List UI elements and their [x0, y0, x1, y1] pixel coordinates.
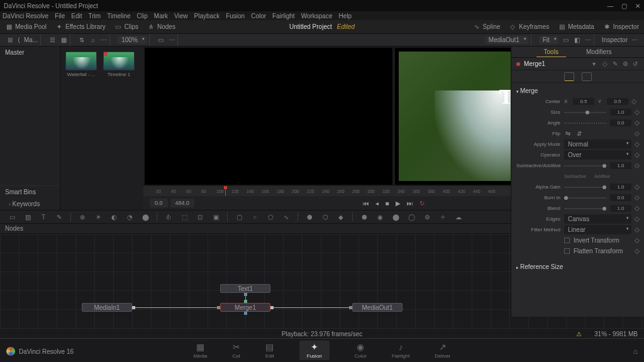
search-icon[interactable]: ⌕: [89, 36, 97, 44]
timecode-duration[interactable]: 484.0: [170, 199, 195, 207]
viewer-output-dropdown[interactable]: MediaOut1: [485, 36, 528, 44]
minimize-icon[interactable]: —: [607, 3, 613, 9]
page-deliver[interactable]: ↗Deliver: [435, 342, 450, 359]
color-tool-icon[interactable]: ◔: [125, 212, 134, 221]
bin-path[interactable]: Ma...: [24, 36, 38, 43]
alpha-input[interactable]: 1.0: [610, 184, 631, 190]
tab-media-pool[interactable]: ▦Media Pool: [5, 23, 47, 31]
page-cut[interactable]: ✂Cut: [233, 342, 240, 359]
tab-inspector[interactable]: ✱Inspector: [603, 23, 639, 31]
smart-bins-header[interactable]: Smart Bins: [0, 185, 60, 198]
page-edit[interactable]: ▤Edit: [265, 342, 274, 359]
polygon-mask-icon[interactable]: ⬠: [266, 212, 275, 221]
clip-thumbnail[interactable]: Waterfall - ...: [65, 52, 97, 77]
matte-tool-icon[interactable]: ▣: [211, 212, 220, 221]
inspector-tab-tools[interactable]: Tools: [536, 47, 566, 57]
tab-metadata[interactable]: ▤Metadata: [558, 23, 594, 31]
menu-item[interactable]: Mark: [154, 13, 168, 19]
paint-tool-icon[interactable]: ✎: [55, 212, 64, 221]
ellipse-mask-icon[interactable]: ○: [250, 212, 259, 221]
settings-tab-icon[interactable]: [582, 72, 592, 81]
menu-item[interactable]: Fusion: [226, 13, 245, 19]
warning-icon[interactable]: ⚠: [576, 331, 582, 337]
versions-icon[interactable]: ▾: [592, 60, 599, 67]
first-frame-icon[interactable]: ⏮: [363, 200, 369, 207]
flip-h-icon[interactable]: ⇋: [564, 130, 572, 138]
node-text[interactable]: Text1: [220, 284, 270, 293]
maximize-icon[interactable]: ▢: [621, 3, 627, 9]
fastnoise-tool-icon[interactable]: ▨: [23, 212, 32, 221]
zoom-dropdown[interactable]: 100%: [118, 36, 147, 44]
subadd-slider[interactable]: [564, 165, 606, 167]
tracker-tool-icon[interactable]: ⊕: [78, 212, 87, 221]
menu-item[interactable]: View: [174, 13, 188, 19]
sort-icon[interactable]: ⇅: [78, 36, 86, 44]
bspline-mask-icon[interactable]: ∿: [282, 212, 291, 221]
inspector-tab-modifiers[interactable]: Modifiers: [579, 47, 619, 57]
transform-tool-icon[interactable]: ⬚: [180, 212, 189, 221]
operator-dropdown[interactable]: Over: [564, 150, 631, 160]
text-tool-icon[interactable]: T: [39, 212, 48, 221]
brightness-tool-icon[interactable]: ☀: [94, 212, 103, 221]
page-media[interactable]: ▦Media: [194, 342, 208, 359]
node-mediain[interactable]: MediaIn1: [82, 303, 132, 312]
page-color[interactable]: ◉Color: [355, 342, 367, 359]
tab-effects-library[interactable]: ✦Effects Library: [55, 23, 106, 31]
grid-view-icon[interactable]: ▦: [60, 36, 67, 44]
play-icon[interactable]: ▶: [396, 200, 401, 207]
center-y-input[interactable]: 0.5: [607, 98, 628, 105]
last-frame-icon[interactable]: ⏭: [407, 200, 413, 207]
angle-input[interactable]: 0.0: [610, 119, 631, 126]
page-fairlight[interactable]: ♪Fairlight: [392, 342, 409, 359]
menu-item[interactable]: File: [55, 13, 65, 19]
angle-dial[interactable]: [564, 123, 606, 124]
blend-input[interactable]: 1.0: [610, 205, 631, 212]
left-viewer[interactable]: [145, 48, 392, 185]
keywords-bin[interactable]: › Keywords: [0, 198, 60, 210]
loop-icon[interactable]: ↻: [419, 200, 425, 207]
timecode-in[interactable]: 0.0: [150, 199, 168, 207]
tab-clips[interactable]: ▭Clips: [114, 23, 138, 31]
pin-icon[interactable]: ◇: [602, 60, 609, 67]
fit-dropdown[interactable]: Fit: [539, 36, 558, 44]
alpha-slider[interactable]: [564, 187, 606, 188]
menu-item[interactable]: Fairlight: [272, 13, 295, 19]
page-fusion[interactable]: ✦Fusion: [299, 341, 330, 360]
merge-tool-icon[interactable]: ⫛: [164, 212, 173, 221]
master-bin[interactable]: Master: [0, 47, 60, 58]
reference-size-header[interactable]: Reference Size: [511, 261, 644, 272]
tab-keyframes[interactable]: ◇Keyframes: [509, 23, 549, 31]
menu-item[interactable]: Playback: [194, 13, 220, 19]
menu-item[interactable]: Clip: [137, 13, 148, 19]
flip-v-icon[interactable]: ⇵: [575, 130, 583, 138]
flatten-checkbox[interactable]: [564, 248, 570, 254]
node-enable-toggle[interactable]: [516, 62, 520, 66]
blend-slider[interactable]: [564, 208, 606, 209]
settings-icon[interactable]: ⚙: [623, 60, 629, 67]
node-merge[interactable]: Merge1: [220, 303, 270, 312]
resize-tool-icon[interactable]: ⊡: [196, 212, 204, 221]
timeline-thumbnail[interactable]: Timeline 1: [103, 52, 135, 77]
list-view-icon[interactable]: ☰: [48, 36, 56, 44]
burn-slider[interactable]: [564, 197, 606, 199]
channel-tool-icon[interactable]: ◐: [109, 212, 118, 221]
controls-tab-icon[interactable]: [564, 72, 574, 81]
menu-item[interactable]: Workspace: [301, 13, 333, 19]
tab-nodes[interactable]: ⋔Nodes: [147, 23, 175, 31]
invert-checkbox[interactable]: [564, 238, 570, 243]
viewer-options-icon[interactable]: ▭: [562, 36, 570, 44]
reset-icon[interactable]: ↺: [633, 60, 639, 67]
lock-icon[interactable]: ✎: [613, 60, 619, 67]
blur-tool-icon[interactable]: ⬤: [141, 212, 150, 221]
stop-icon[interactable]: ■: [385, 200, 389, 207]
close-icon[interactable]: ✕: [635, 3, 640, 9]
menu-item[interactable]: Trim: [89, 13, 101, 19]
prev-frame-icon[interactable]: ◂: [375, 200, 379, 207]
menu-item[interactable]: Timeline: [107, 13, 130, 19]
home-icon[interactable]: ⌂: [633, 347, 638, 356]
menu-item[interactable]: Help: [338, 13, 352, 19]
size-slider[interactable]: [564, 112, 606, 113]
size-input[interactable]: 1.0: [610, 109, 631, 116]
center-x-input[interactable]: 0.5: [573, 98, 594, 105]
3d-tool-icon[interactable]: ⬢: [305, 212, 314, 221]
